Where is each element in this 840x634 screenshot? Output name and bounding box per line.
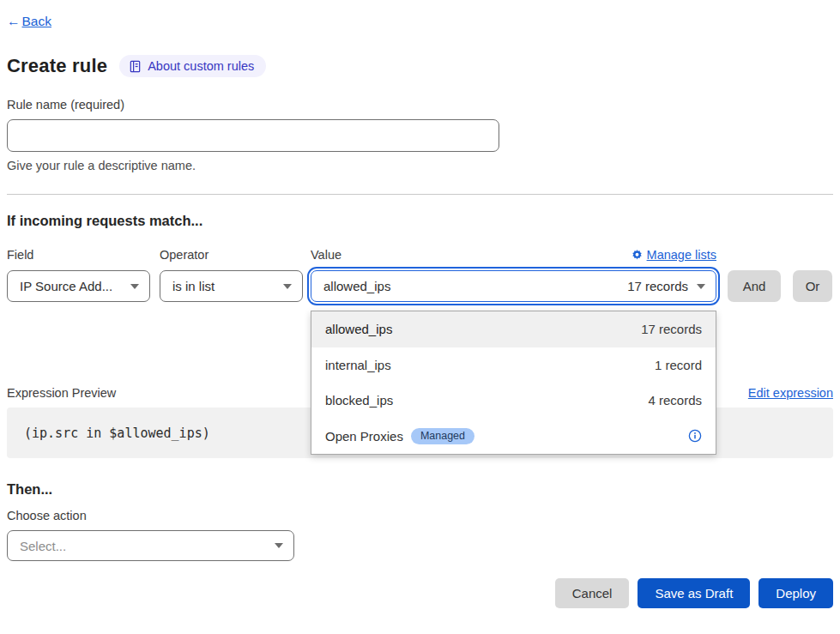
about-chip-label: About custom rules bbox=[148, 59, 254, 73]
expression-code: (ip.src in $allowed_ips) bbox=[24, 426, 210, 441]
create-rule-page: ←Back Create rule About custom rules Rul… bbox=[0, 0, 840, 634]
save-as-draft-button[interactable]: Save as Draft bbox=[638, 578, 750, 608]
value-select-meta: 17 records bbox=[627, 279, 688, 293]
manage-lists-link[interactable]: Manage lists bbox=[632, 248, 716, 262]
list-option-name: blocked_ips bbox=[325, 393, 393, 408]
then-section-heading: Then... bbox=[7, 481, 833, 498]
list-option-meta: 1 record bbox=[655, 358, 702, 372]
value-select[interactable]: allowed_ips 17 records bbox=[311, 270, 716, 302]
list-option-allowed-ips[interactable]: allowed_ips 17 records bbox=[311, 311, 716, 347]
rule-name-helper: Give your rule a descriptive name. bbox=[7, 159, 833, 172]
field-select[interactable]: IP Source Add... bbox=[7, 270, 150, 302]
page-header: Create rule About custom rules bbox=[7, 55, 833, 77]
list-option-blocked-ips[interactable]: blocked_ips 4 records bbox=[311, 383, 716, 419]
chevron-down-icon bbox=[697, 284, 705, 289]
section-divider bbox=[7, 194, 833, 195]
rule-name-label: Rule name (required) bbox=[7, 98, 833, 112]
list-option-name: Open Proxies bbox=[325, 429, 403, 444]
info-icon[interactable] bbox=[688, 429, 702, 443]
list-option-open-proxies[interactable]: Open Proxies Managed bbox=[311, 419, 716, 455]
list-option-name: internal_ips bbox=[325, 358, 391, 372]
list-option-internal-ips[interactable]: internal_ips 1 record bbox=[311, 347, 716, 383]
managed-badge: Managed bbox=[411, 428, 474, 444]
lists-dropdown: allowed_ips 17 records internal_ips 1 re… bbox=[311, 311, 716, 455]
match-section-heading: If incoming requests match... bbox=[7, 213, 833, 229]
list-option-meta: 17 records bbox=[641, 322, 702, 336]
field-label: Field bbox=[7, 248, 33, 262]
gear-icon bbox=[632, 250, 643, 261]
operator-select[interactable]: is in list bbox=[160, 270, 303, 302]
chevron-down-icon bbox=[283, 284, 292, 289]
footer-actions: Cancel Save as Draft Deploy bbox=[7, 578, 833, 608]
back-link-label: Back bbox=[22, 14, 51, 29]
value-select-value: allowed_ips bbox=[323, 279, 390, 293]
edit-expression-link[interactable]: Edit expression bbox=[748, 386, 833, 400]
book-icon bbox=[129, 60, 142, 73]
back-link[interactable]: ←Back bbox=[7, 14, 51, 29]
expression-preview-label: Expression Preview bbox=[7, 386, 116, 400]
manage-lists-label: Manage lists bbox=[647, 248, 716, 262]
chevron-down-icon bbox=[275, 543, 283, 548]
value-label: Value bbox=[311, 248, 341, 262]
or-button[interactable]: Or bbox=[793, 270, 832, 302]
cancel-button[interactable]: Cancel bbox=[555, 578, 630, 608]
arrow-left-icon: ← bbox=[7, 14, 21, 29]
page-title: Create rule bbox=[7, 55, 107, 77]
chevron-down-icon bbox=[130, 284, 139, 289]
operator-select-value: is in list bbox=[172, 279, 215, 293]
deploy-button[interactable]: Deploy bbox=[758, 578, 833, 608]
action-select-placeholder: Select... bbox=[20, 539, 66, 553]
list-option-name: allowed_ips bbox=[325, 322, 392, 336]
operator-label: Operator bbox=[160, 248, 208, 262]
action-select[interactable]: Select... bbox=[7, 530, 294, 561]
field-select-value: IP Source Add... bbox=[20, 279, 112, 293]
choose-action-label: Choose action bbox=[7, 509, 833, 522]
and-button[interactable]: And bbox=[728, 270, 781, 302]
rule-name-input[interactable] bbox=[7, 119, 499, 152]
list-option-meta: 4 records bbox=[648, 393, 702, 408]
about-custom-rules-chip[interactable]: About custom rules bbox=[119, 55, 266, 77]
condition-row: Field IP Source Add... Operator is in li… bbox=[7, 247, 833, 302]
